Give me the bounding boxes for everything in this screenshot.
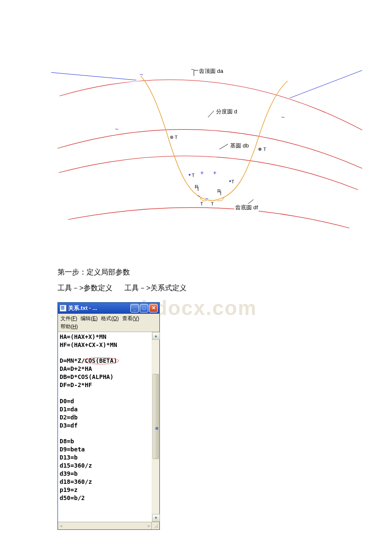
- vertical-scrollbar[interactable]: ▲ ▼: [152, 332, 159, 522]
- svg-text:T: T: [192, 173, 195, 178]
- menubar: 文件(F) 编辑(E) 格式(O) 查看(V) 帮助(H): [58, 314, 159, 332]
- svg-text:T: T: [175, 135, 178, 140]
- svg-text:R: R: [217, 188, 221, 194]
- scroll-thumb[interactable]: [153, 374, 159, 459]
- editor-content[interactable]: HA=(HAX+X)*MN HF=(HAX+CX-X)*MN D=MN*Z/CO…: [58, 332, 151, 522]
- diagram-svg: ~ ~ ~ ~ T T T + + T R R T T: [51, 26, 375, 247]
- status-left-arrow-icon: ◄: [59, 523, 63, 528]
- svg-text:~: ~: [197, 193, 200, 199]
- svg-point-5: [171, 137, 173, 138]
- svg-text:~: ~: [205, 196, 208, 202]
- tools-line: 工具－>参数定义 工具－>关系式定义: [58, 280, 392, 296]
- svg-text:R: R: [195, 184, 198, 189]
- scroll-track[interactable]: [152, 340, 159, 514]
- scroll-up-button[interactable]: ▲: [152, 332, 160, 340]
- svg-text:~: ~: [281, 114, 285, 121]
- step-heading: 第一步：定义局部参数: [58, 264, 392, 280]
- svg-point-10: [189, 174, 190, 176]
- menu-help[interactable]: 帮助(H): [60, 323, 81, 331]
- svg-point-8: [259, 149, 261, 150]
- svg-text:+: +: [213, 169, 216, 176]
- statusbar: ◄ ►: [58, 522, 159, 529]
- menu-edit[interactable]: 编辑(E): [80, 315, 100, 323]
- titlebar[interactable]: 关系.txt - ... _ □ ✕: [58, 303, 159, 314]
- svg-text:~: ~: [140, 71, 143, 78]
- scroll-down-button[interactable]: ▼: [152, 514, 160, 522]
- menu-view[interactable]: 查看(V): [121, 315, 142, 323]
- svg-text:T: T: [263, 147, 266, 152]
- maximize-button[interactable]: □: [140, 304, 148, 312]
- svg-text:T: T: [211, 201, 214, 206]
- label-d: 分度圆 d: [215, 108, 238, 116]
- menu-file[interactable]: 文件(F): [60, 315, 80, 323]
- label-db: 基圆 db: [229, 142, 250, 150]
- close-button[interactable]: ✕: [149, 304, 158, 312]
- svg-point-15: [229, 180, 231, 182]
- notepad-icon: [60, 305, 66, 312]
- body-text: 第一步：定义局部参数 工具－>参数定义 工具－>关系式定义: [58, 264, 392, 296]
- svg-line-27: [219, 144, 228, 149]
- menu-format[interactable]: 格式(O): [100, 315, 121, 323]
- label-df: 齿底圆 df: [234, 204, 259, 211]
- svg-text:T: T: [231, 179, 234, 184]
- svg-text:T: T: [200, 201, 203, 206]
- status-right-arrow-icon: ►: [147, 523, 151, 528]
- label-da: 齿顶圆 da: [198, 67, 224, 75]
- status-left: ◄ ►: [58, 522, 152, 529]
- window-title: 关系.txt - ...: [68, 304, 130, 312]
- minimize-button[interactable]: _: [130, 304, 139, 312]
- svg-line-26: [208, 111, 214, 117]
- gear-diagram: ~ ~ ~ ~ T T T + + T R R T T: [51, 26, 375, 247]
- notepad-window: 关系.txt - ... _ □ ✕ 文件(F) 编辑(E) 格式(O) 查看(…: [58, 302, 160, 530]
- scroll-marker: [156, 427, 158, 430]
- resize-grip[interactable]: [152, 522, 159, 529]
- svg-text:~: ~: [115, 126, 118, 133]
- svg-text:+: +: [200, 169, 204, 176]
